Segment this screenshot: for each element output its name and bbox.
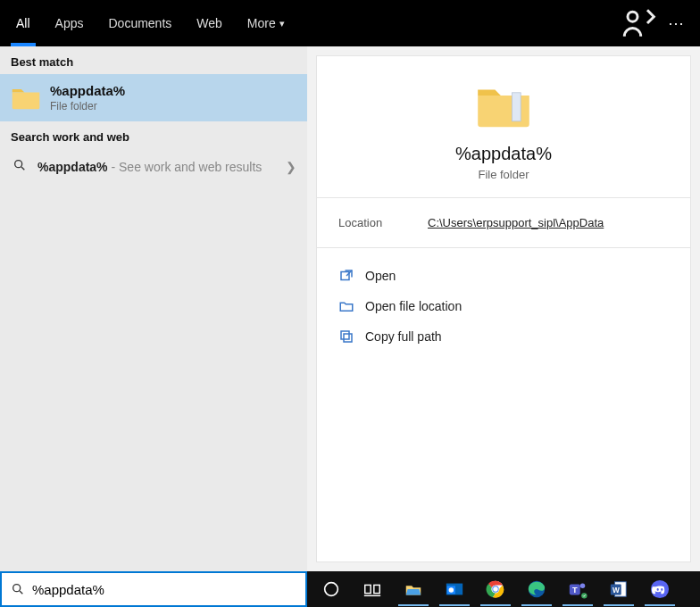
folder-icon bbox=[11, 85, 41, 112]
action-copy-path-label: Copy full path bbox=[365, 329, 442, 344]
svg-point-15 bbox=[493, 586, 498, 592]
group-best-match: Best match bbox=[0, 46, 307, 74]
taskbar-cortana[interactable] bbox=[311, 571, 352, 607]
svg-rect-8 bbox=[365, 585, 371, 593]
taskbar: T W bbox=[307, 571, 700, 607]
result-web-search[interactable]: %appdata% - See work and web results ❯ bbox=[0, 149, 307, 185]
svg-point-0 bbox=[628, 12, 638, 21]
taskbar-outlook[interactable] bbox=[434, 571, 475, 607]
copy-icon bbox=[338, 328, 354, 345]
svg-rect-4 bbox=[344, 334, 352, 342]
taskbar-word[interactable]: W bbox=[598, 571, 639, 607]
result-text: %appdata% File folder bbox=[50, 83, 296, 112]
tab-documents[interactable]: Documents bbox=[96, 0, 184, 46]
result-subtitle: File folder bbox=[50, 100, 296, 112]
taskbar-edge[interactable] bbox=[516, 571, 557, 607]
svg-rect-9 bbox=[374, 585, 379, 593]
svg-text:T: T bbox=[572, 586, 578, 595]
search-box[interactable] bbox=[0, 571, 307, 607]
tab-more-label: More bbox=[247, 16, 276, 30]
taskbar-teams[interactable]: T bbox=[557, 571, 598, 607]
svg-point-19 bbox=[580, 584, 586, 589]
preview-title: %appdata% bbox=[317, 144, 690, 164]
svg-point-6 bbox=[13, 585, 21, 592]
open-icon bbox=[338, 268, 354, 284]
folder-icon bbox=[475, 81, 532, 131]
tab-web-label: Web bbox=[196, 16, 222, 30]
tab-apps-label: Apps bbox=[55, 16, 84, 30]
result-title: %appdata% bbox=[50, 83, 296, 98]
taskbar-taskview[interactable] bbox=[352, 571, 393, 607]
svg-rect-5 bbox=[341, 331, 349, 339]
action-open-label: Open bbox=[365, 269, 396, 283]
tab-documents-label: Documents bbox=[108, 16, 171, 30]
svg-text:W: W bbox=[612, 586, 620, 595]
tab-all[interactable]: All bbox=[4, 0, 43, 46]
tab-all-label: All bbox=[16, 16, 30, 30]
tab-web[interactable]: Web bbox=[184, 0, 235, 46]
svg-point-12 bbox=[449, 587, 454, 593]
location-label: Location bbox=[338, 216, 428, 229]
search-tabs: All Apps Documents Web More ▾ ⋯ bbox=[0, 0, 700, 46]
folder-open-icon bbox=[338, 298, 354, 314]
svg-rect-2 bbox=[512, 93, 521, 121]
feedback-icon[interactable] bbox=[618, 4, 657, 43]
chevron-down-icon: ▾ bbox=[279, 18, 285, 29]
action-open-location[interactable]: Open file location bbox=[338, 291, 669, 321]
taskbar-explorer[interactable] bbox=[393, 571, 434, 607]
search-icon bbox=[11, 158, 29, 176]
search-icon bbox=[11, 582, 25, 596]
preview-panel: %appdata% File folder Location C:\Users\… bbox=[316, 55, 691, 562]
chevron-right-icon: ❯ bbox=[286, 160, 296, 174]
tab-more[interactable]: More ▾ bbox=[235, 0, 297, 46]
action-copy-path[interactable]: Copy full path bbox=[338, 321, 669, 352]
options-icon[interactable]: ⋯ bbox=[657, 4, 696, 43]
svg-rect-3 bbox=[341, 272, 349, 280]
result-web-text: %appdata% - See work and web results bbox=[38, 160, 277, 174]
svg-point-1 bbox=[15, 161, 22, 168]
results-list: Best match %appdata% File folder Search … bbox=[0, 46, 307, 571]
taskbar-chrome[interactable] bbox=[475, 571, 516, 607]
result-best-match[interactable]: %appdata% File folder bbox=[0, 74, 307, 121]
preview-subtitle: File folder bbox=[317, 168, 690, 181]
search-input[interactable] bbox=[32, 582, 296, 597]
tab-apps[interactable]: Apps bbox=[43, 0, 96, 46]
taskbar-discord[interactable] bbox=[639, 571, 680, 607]
action-open[interactable]: Open bbox=[338, 261, 669, 291]
svg-point-7 bbox=[325, 583, 338, 596]
group-search-work-web: Search work and web bbox=[0, 121, 307, 149]
location-value[interactable]: C:\Users\erpsupport_sipl\AppData bbox=[428, 216, 604, 229]
action-open-location-label: Open file location bbox=[365, 299, 462, 313]
